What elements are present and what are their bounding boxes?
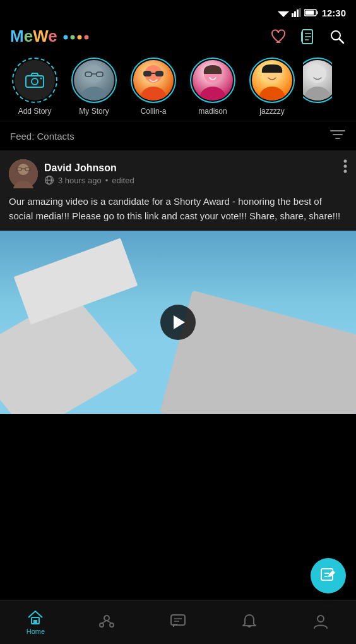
app-logo: MeWe: [10, 27, 89, 46]
chat-icon: [170, 613, 186, 629]
svg-rect-1: [292, 13, 294, 17]
post-user-info: David Johnson 3 hours ago • edited: [9, 159, 134, 188]
svg-point-51: [344, 165, 347, 168]
compose-icon: [320, 568, 336, 584]
heart-icon: [271, 29, 287, 44]
svg-point-37: [305, 87, 330, 100]
madison-avatar: [193, 60, 233, 100]
story-collina[interactable]: Collin-a: [125, 58, 182, 116]
mystory-face: [74, 60, 114, 100]
svg-rect-30: [155, 71, 163, 76]
mystory-label: My Story: [69, 107, 119, 116]
nav-profile[interactable]: [302, 613, 340, 631]
heart-button[interactable]: [270, 28, 288, 46]
bell-icon: [241, 613, 258, 629]
svg-point-11: [84, 35, 88, 40]
svg-point-50: [344, 160, 347, 163]
svg-point-10: [77, 35, 81, 40]
svg-point-59: [104, 616, 109, 621]
nav-home[interactable]: Home: [16, 609, 54, 635]
post-username: David Johnson: [44, 162, 134, 174]
author-face: [9, 159, 38, 188]
svg-point-8: [63, 35, 68, 40]
post-time-row: 3 hours ago • edited: [44, 175, 134, 185]
madison-label: madison: [187, 107, 238, 116]
post-time: 3 hours ago: [58, 176, 102, 185]
clock-time: 12:30: [322, 8, 346, 18]
header-icons: [270, 28, 346, 46]
mystory-avatar: [74, 60, 114, 100]
status-icons: [278, 8, 318, 17]
wifi-icon: [278, 8, 289, 17]
feed-header: Feed: Contacts: [0, 121, 356, 150]
svg-rect-2: [294, 11, 296, 17]
app-header: MeWe: [0, 23, 356, 52]
profile-icon: [312, 613, 329, 629]
svg-marker-0: [278, 11, 289, 17]
nav-network[interactable]: [88, 613, 126, 631]
post-author-avatar: [9, 159, 38, 188]
globe-icon: [44, 175, 54, 185]
svg-point-23: [81, 87, 107, 100]
mo-ring: [303, 58, 332, 103]
play-button[interactable]: [160, 305, 196, 340]
post-meta: David Johnson 3 hours ago • edited: [44, 162, 134, 185]
svg-point-36: [309, 65, 326, 83]
battery-icon: [304, 9, 318, 16]
stories-row: Add Story My Story: [0, 52, 356, 121]
svg-point-61: [110, 623, 114, 627]
jazzzzy-avatar: [252, 60, 292, 100]
jazzzzy-ring: [249, 58, 295, 103]
feed-title: Feed: Contacts: [10, 131, 74, 142]
collina-face: [133, 60, 174, 100]
status-bar: 12:30: [0, 0, 356, 23]
jazzzzy-label: jazzzzy: [247, 107, 297, 116]
svg-point-52: [344, 170, 347, 173]
search-icon: [329, 28, 345, 45]
story-jazzzzy[interactable]: jazzzzy: [244, 58, 300, 116]
filter-button[interactable]: [329, 128, 346, 144]
story-add[interactable]: Add Story: [6, 58, 63, 116]
svg-point-42: [18, 164, 29, 175]
mo-face: [303, 60, 332, 100]
video-thumbnail[interactable]: [0, 231, 356, 414]
story-madison[interactable]: madison: [184, 58, 241, 116]
story-mystory[interactable]: My Story: [66, 58, 122, 116]
network-icon: [98, 613, 115, 629]
notebook-button[interactable]: [299, 28, 317, 46]
svg-rect-6: [316, 11, 317, 15]
search-button[interactable]: [328, 28, 346, 46]
svg-point-35: [259, 87, 285, 100]
camera-icon: [25, 71, 45, 89]
collina-avatar: [133, 60, 174, 100]
signal-icon: [292, 8, 302, 17]
post-edited: edited: [112, 176, 134, 185]
nav-notifications[interactable]: [230, 613, 268, 631]
svg-line-63: [107, 621, 112, 623]
add-story-label: Add Story: [9, 107, 60, 116]
svg-point-21: [40, 78, 42, 80]
svg-rect-4: [299, 8, 301, 17]
post-more-button[interactable]: [343, 159, 347, 176]
post-separator: •: [105, 176, 109, 185]
home-label: Home: [27, 628, 45, 635]
svg-point-28: [141, 87, 166, 100]
more-dots-icon: [343, 159, 347, 173]
nav-chat[interactable]: [159, 613, 197, 631]
svg-point-33: [200, 87, 225, 100]
svg-point-20: [32, 78, 38, 85]
post-header: David Johnson 3 hours ago • edited: [9, 159, 347, 188]
compose-fab[interactable]: [311, 558, 346, 593]
svg-point-67: [317, 616, 324, 622]
story-mo[interactable]: [303, 58, 332, 107]
madison-ring: [190, 58, 235, 103]
svg-line-62: [102, 621, 107, 623]
svg-rect-3: [297, 9, 299, 17]
svg-rect-64: [171, 615, 185, 625]
notebook-icon: [300, 28, 316, 45]
svg-point-9: [70, 35, 74, 40]
play-triangle-icon: [174, 315, 185, 329]
mystory-ring: [71, 58, 117, 103]
post-text: Our amazing video is a candidate for a S…: [9, 195, 347, 223]
svg-point-60: [100, 623, 104, 627]
